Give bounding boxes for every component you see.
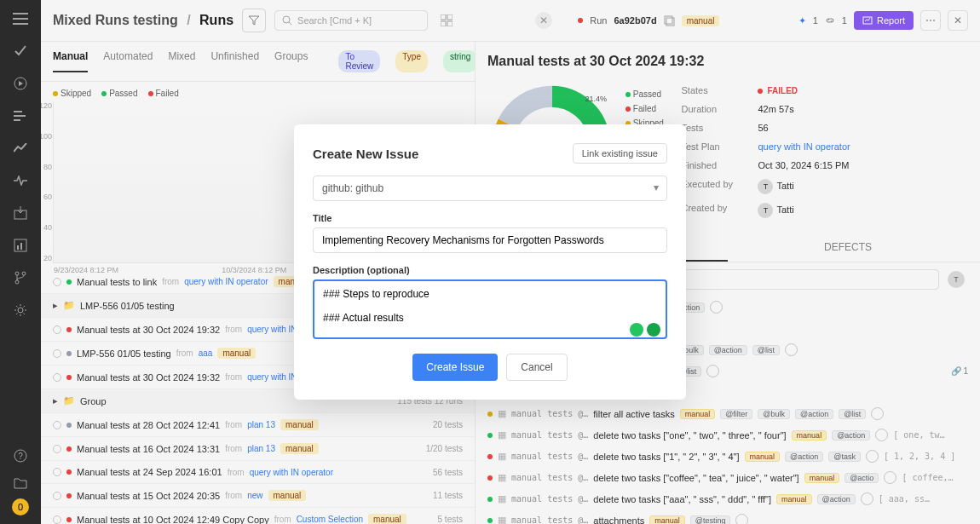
link-existing-button[interactable]: Link existing issue	[573, 143, 667, 164]
desc-label: Description (optional)	[313, 265, 667, 275]
create-issue-button[interactable]: Create Issue	[412, 354, 498, 381]
tracker-select[interactable]: github: github	[313, 176, 667, 201]
issue-title-input[interactable]	[313, 227, 667, 253]
grammar-icon-2[interactable]	[647, 323, 660, 337]
cancel-button[interactable]: Cancel	[506, 354, 567, 381]
grammar-icon-1[interactable]	[630, 323, 643, 337]
modal-title: Create New Issue	[313, 147, 418, 161]
issue-description-input[interactable]	[313, 279, 667, 339]
create-issue-modal: Create New Issue Link existing issue git…	[294, 124, 686, 400]
modal-overlay: Create New Issue Link existing issue git…	[0, 0, 980, 524]
editor-hint-icons	[630, 323, 660, 337]
title-label: Title	[313, 213, 667, 223]
